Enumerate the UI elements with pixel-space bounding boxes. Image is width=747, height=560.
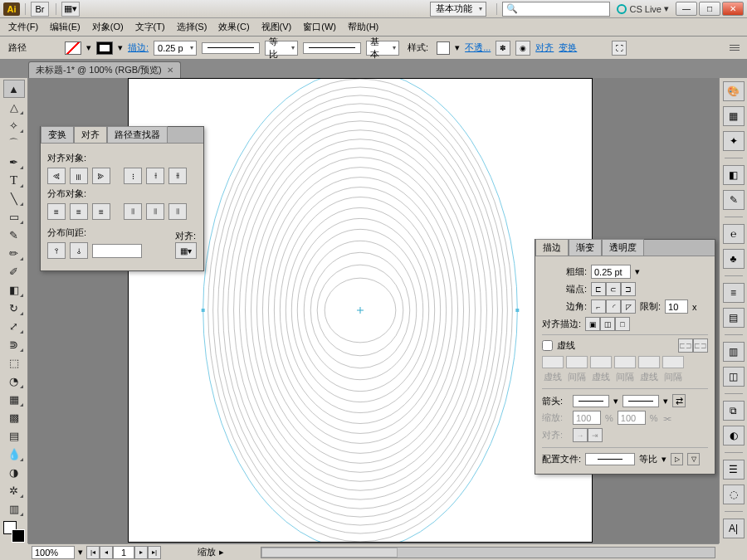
profile-dropdown[interactable] <box>585 453 635 465</box>
dashed-checkbox[interactable] <box>542 340 553 351</box>
magic-wand-tool[interactable]: ✧ <box>3 116 25 134</box>
menu-view[interactable]: 视图(V) <box>256 19 297 35</box>
symbol-sprayer-tool[interactable]: ✲ <box>3 481 25 499</box>
flip-across-button[interactable]: ▽ <box>687 453 700 465</box>
stroke-panel-icon[interactable]: ℮ <box>723 224 745 244</box>
dist-hcenter-button[interactable]: ⦀ <box>146 203 164 220</box>
alignstroke-outside-button[interactable]: □ <box>615 317 630 331</box>
cslive-button[interactable]: CS Live ▾ <box>617 3 669 14</box>
menu-help[interactable]: 帮助(H) <box>343 19 383 35</box>
symbols-panel-icon[interactable]: ✎ <box>723 190 745 210</box>
pathfinder-panel-icon[interactable]: ☰ <box>723 460 745 480</box>
horizontal-scrollbar[interactable] <box>261 547 715 558</box>
lasso-tool[interactable]: ⌒ <box>3 134 25 153</box>
blob-brush-tool[interactable]: ✐ <box>3 262 25 280</box>
style-swatch[interactable] <box>437 41 450 55</box>
link-scale-icon[interactable]: ⫘ <box>662 413 671 423</box>
prev-artboard-button[interactable]: ◂ <box>100 546 113 559</box>
recolor2-icon[interactable]: ◉ <box>515 41 530 56</box>
dist-right-button[interactable]: ⦀ <box>168 203 187 220</box>
menu-effect[interactable]: 效果(C) <box>213 19 254 35</box>
arrow-end-dropdown[interactable] <box>622 395 659 407</box>
zoom-field[interactable]: 100% <box>32 546 75 559</box>
tab-transparency[interactable]: 透明度 <box>602 239 644 256</box>
dist-top-button[interactable]: ≡ <box>47 203 66 220</box>
gradient-tool[interactable]: ▤ <box>3 426 25 445</box>
align-hcenter-button[interactable]: ⫼ <box>70 168 88 184</box>
align-vcenter-button[interactable]: ⫲ <box>146 168 164 184</box>
artboards-panel-icon[interactable]: ◫ <box>723 367 745 387</box>
flip-along-button[interactable]: ▷ <box>671 453 683 465</box>
cap-round-button[interactable]: ⊂ <box>606 282 621 296</box>
swatches-panel-icon[interactable]: ✦ <box>723 131 745 151</box>
corner-round-button[interactable]: ◜ <box>606 299 621 314</box>
gap-field-1[interactable] <box>566 356 588 368</box>
close-tab-icon[interactable]: ✕ <box>167 66 173 75</box>
alignstroke-center-button[interactable]: ▣ <box>585 317 600 331</box>
align-to-button[interactable]: ▦▾ <box>175 242 197 259</box>
tab-pathfinder[interactable]: 路径查找器 <box>107 126 168 143</box>
first-artboard-button[interactable]: |◂ <box>86 546 100 559</box>
fill-swatch[interactable] <box>65 41 81 55</box>
menu-object[interactable]: 对象(O) <box>87 19 129 35</box>
dist-vspacing-button[interactable]: ⫯ <box>47 242 66 259</box>
stroke-weight-field[interactable]: 0.25 p <box>154 41 197 56</box>
pencil-tool[interactable]: ✏ <box>3 244 25 262</box>
arrange-docs-icon[interactable]: ▦▾ <box>61 2 80 17</box>
color-guide-panel-icon[interactable]: ▦ <box>723 106 745 126</box>
type-tool[interactable]: T <box>3 171 25 189</box>
dash-field-3[interactable] <box>638 356 660 368</box>
control-menu-icon[interactable] <box>727 42 742 53</box>
shape-builder-tool[interactable]: ◔ <box>3 372 25 390</box>
direct-selection-tool[interactable]: △ <box>3 98 25 116</box>
artboard-number-field[interactable]: 1 <box>113 546 134 559</box>
free-transform-tool[interactable]: ⬚ <box>3 353 25 372</box>
stroke-panel[interactable]: 描边 渐变 透明度 粗细:0.25 pt ▾ 端点: ⊏ ⊂ ⊐ 边角: ⌐ ◜… <box>535 239 715 475</box>
transform-link[interactable]: 变换 <box>559 41 577 54</box>
minimize-button[interactable]: — <box>676 2 697 16</box>
character-panel-icon[interactable]: A| <box>723 519 745 538</box>
appearance-panel-icon[interactable]: ≡ <box>723 283 745 303</box>
align-top-button[interactable]: ⫶ <box>124 168 142 184</box>
dash-align-button[interactable]: ⊏⊐ <box>693 338 708 353</box>
last-artboard-button[interactable]: ▸| <box>148 546 161 559</box>
transparency-panel-icon[interactable]: ⧉ <box>723 401 745 421</box>
stroke-swatch[interactable] <box>96 41 113 55</box>
workspace-dropdown[interactable]: 基本功能 <box>430 2 486 17</box>
width-tool[interactable]: ⋑ <box>3 335 25 353</box>
dist-left-button[interactable]: ⦀ <box>124 203 142 220</box>
next-artboard-button[interactable]: ▸ <box>134 546 148 559</box>
brush-dropdown[interactable]: 基本 <box>366 41 399 56</box>
isolate-icon[interactable]: ⛶ <box>612 41 627 56</box>
scale-tool[interactable]: ⤢ <box>3 317 25 335</box>
cap-butt-button[interactable]: ⊏ <box>591 282 606 296</box>
mesh-tool[interactable]: ▩ <box>3 408 25 426</box>
arrow-start-dropdown[interactable] <box>573 395 609 407</box>
brushes-panel-icon[interactable]: ◧ <box>723 165 745 185</box>
variable-width-dropdown[interactable] <box>202 42 260 54</box>
eraser-tool[interactable]: ◧ <box>3 280 25 299</box>
dist-bottom-button[interactable]: ≡ <box>92 203 110 220</box>
gap-field-2[interactable] <box>614 356 636 368</box>
perspective-tool[interactable]: ▦ <box>3 390 25 408</box>
alignstroke-inside-button[interactable]: ◫ <box>600 317 615 331</box>
menu-select[interactable]: 选择(S) <box>172 19 212 35</box>
scale-start-field[interactable]: 100 <box>573 411 601 425</box>
align-left-button[interactable]: ⫷ <box>47 168 66 184</box>
dash-preserve-button[interactable]: ⊏⊐ <box>678 338 693 353</box>
rotate-tool[interactable]: ↻ <box>3 299 25 317</box>
pen-tool[interactable]: ✒ <box>3 153 25 171</box>
arrow-align-tip-button[interactable]: ⇥ <box>588 428 603 442</box>
align-link[interactable]: 对齐 <box>535 41 554 54</box>
line-tool[interactable]: ╲ <box>3 189 25 207</box>
document-tab[interactable]: 未标题-1* @ 100% (RGB/预览) ✕ <box>28 61 181 78</box>
scale-end-field[interactable]: 100 <box>618 411 646 425</box>
stroke-link[interactable]: 描边: <box>128 41 149 54</box>
blend-tool[interactable]: ◑ <box>3 463 25 481</box>
rectangle-tool[interactable]: ▭ <box>3 207 25 226</box>
spacing-field[interactable] <box>92 244 142 258</box>
align-panel-icon[interactable]: ◐ <box>723 426 745 446</box>
dist-hspacing-button[interactable]: ⫰ <box>70 242 88 259</box>
align-panel[interactable]: 变换 对齐 路径查找器 对齐对象: ⫷ ⫼ ⫸ ⫶ ⫲ ⫵ 分布对象: ≡ ≡ … <box>40 126 204 271</box>
opacity-link[interactable]: 不透... <box>465 41 491 54</box>
